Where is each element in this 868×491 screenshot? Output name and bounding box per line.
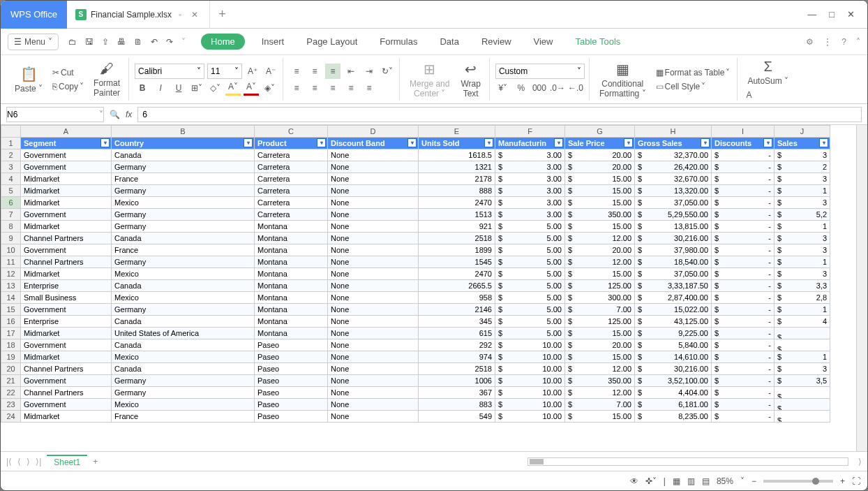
cell[interactable]: - <box>712 363 775 375</box>
cell[interactable]: 10.00 <box>495 387 565 399</box>
cell[interactable]: 7.00 <box>565 304 635 316</box>
cell[interactable] <box>775 387 830 399</box>
row-header[interactable]: 4 <box>1 173 21 185</box>
cell[interactable]: 1321 <box>419 161 495 173</box>
cell[interactable]: 20.00 <box>565 149 635 161</box>
cell[interactable]: 1 <box>775 351 830 363</box>
formula-input[interactable]: 6 <box>137 107 862 122</box>
tab-table-tools[interactable]: Table Tools <box>569 34 626 50</box>
row-header[interactable]: 14 <box>1 292 21 304</box>
italic-button[interactable]: I <box>153 80 168 96</box>
help-icon[interactable]: ? <box>841 37 846 47</box>
cell[interactable]: 26,420.00 <box>635 161 712 173</box>
cell[interactable]: Canada <box>112 149 255 161</box>
cell[interactable]: 37,050.00 <box>635 197 712 209</box>
table-row[interactable]: 23GovernmentMexicoPaseoNone88310.007.006… <box>1 399 830 411</box>
cell[interactable]: 2470 <box>419 197 495 209</box>
table-row[interactable]: 24MidmarketFrancePaseoNone54910.0015.008… <box>1 411 830 423</box>
cell[interactable]: - <box>712 328 775 339</box>
cell[interactable]: None <box>328 221 419 233</box>
column-header[interactable]: A <box>21 126 112 138</box>
cell[interactable]: 974 <box>419 351 495 363</box>
cell[interactable]: 5.00 <box>495 280 565 292</box>
row-header[interactable]: 6 <box>1 197 21 209</box>
table-header-cell[interactable]: Gross Sales▾ <box>635 138 712 149</box>
cell[interactable]: - <box>712 399 775 411</box>
cell[interactable]: 5,29,550.00 <box>635 209 712 221</box>
sheet-nav-last-icon[interactable]: ⟩| <box>36 457 41 467</box>
sheet-nav-next-icon[interactable]: ⟩ <box>27 457 30 467</box>
cell[interactable]: 3.00 <box>495 185 565 197</box>
cell[interactable]: 10.00 <box>495 339 565 351</box>
cell[interactable]: - <box>712 161 775 173</box>
table-header-cell[interactable]: Country▾ <box>112 138 255 149</box>
cell[interactable]: 12.00 <box>565 233 635 244</box>
align-center-icon[interactable]: ≡ <box>307 80 322 96</box>
cell[interactable]: 32,370.00 <box>635 149 712 161</box>
zoom-level[interactable]: 85% <box>717 476 733 486</box>
cell[interactable]: 345 <box>419 316 495 328</box>
redo-icon[interactable]: ↷ <box>165 36 174 48</box>
cell[interactable]: Channel Partners <box>21 387 112 399</box>
cell[interactable]: Germany <box>112 209 255 221</box>
cell[interactable]: 1 <box>775 185 830 197</box>
row-header[interactable]: 17 <box>1 328 21 339</box>
align-left-icon[interactable]: ≡ <box>289 80 304 96</box>
cell[interactable]: 888 <box>419 185 495 197</box>
cell[interactable]: 883 <box>419 399 495 411</box>
cell[interactable]: Montana <box>255 221 328 233</box>
cell[interactable]: 300.00 <box>565 292 635 304</box>
cell[interactable]: 2518 <box>419 363 495 375</box>
table-header-cell[interactable]: Sales▾ <box>775 138 830 149</box>
tab-review[interactable]: Review <box>476 34 517 50</box>
name-box[interactable]: N6˅ <box>6 107 104 122</box>
menu-button[interactable]: ☰ Menu ˅ <box>8 34 59 50</box>
cell[interactable]: Government <box>21 209 112 221</box>
cell[interactable]: 549 <box>419 411 495 423</box>
font-name-select[interactable]: Calibri˅ <box>135 64 204 79</box>
column-header[interactable]: F <box>495 126 565 138</box>
cell[interactable]: None <box>328 244 419 256</box>
cell[interactable]: 3,3 <box>775 280 830 292</box>
comma-icon[interactable]: 000 <box>532 80 547 96</box>
cell[interactable]: 1545 <box>419 256 495 268</box>
cell[interactable]: 2518 <box>419 233 495 244</box>
cell[interactable]: Channel Partners <box>21 256 112 268</box>
cell[interactable]: Government <box>21 161 112 173</box>
tab-view[interactable]: View <box>528 34 559 50</box>
cell[interactable]: Mexico <box>112 351 255 363</box>
cell[interactable]: - <box>712 256 775 268</box>
cell[interactable]: 2 <box>775 161 830 173</box>
cell[interactable]: Germany <box>112 185 255 197</box>
cell[interactable]: None <box>328 304 419 316</box>
cell[interactable]: 2470 <box>419 268 495 280</box>
cell[interactable]: None <box>328 173 419 185</box>
row-header[interactable]: 18 <box>1 339 21 351</box>
row-header[interactable]: 3 <box>1 161 21 173</box>
table-header-cell[interactable]: Units Sold▾ <box>419 138 495 149</box>
focus-icon[interactable]: ✜˅ <box>645 476 657 486</box>
cell[interactable]: Midmarket <box>21 351 112 363</box>
cell[interactable]: Germany <box>112 387 255 399</box>
cell[interactable] <box>775 328 830 339</box>
cell[interactable]: Mexico <box>112 399 255 411</box>
filter-icon[interactable]: ▾ <box>244 138 253 147</box>
cell[interactable]: - <box>712 185 775 197</box>
cell[interactable]: 1899 <box>419 244 495 256</box>
sheet-tab-1[interactable]: Sheet1 <box>47 455 87 469</box>
filter-icon[interactable]: ▾ <box>317 138 326 147</box>
cell[interactable]: 5.00 <box>495 244 565 256</box>
copy-button[interactable]: ⎘ Copy ˅ <box>50 80 87 93</box>
paste-button[interactable]: 📋Paste ˅ <box>10 64 47 95</box>
cell[interactable]: 2,87,400.00 <box>635 292 712 304</box>
column-header[interactable]: C <box>255 126 328 138</box>
table-row[interactable]: 9Channel PartnersCanadaMontanaNone25185.… <box>1 233 830 244</box>
cell[interactable]: 15.00 <box>565 221 635 233</box>
cell[interactable]: 958 <box>419 292 495 304</box>
column-header[interactable]: B <box>112 126 255 138</box>
cell[interactable]: 1 <box>775 221 830 233</box>
cell[interactable]: 5.00 <box>495 268 565 280</box>
cell[interactable]: - <box>712 268 775 280</box>
underline-button[interactable]: U <box>171 80 186 96</box>
row-header[interactable]: 9 <box>1 233 21 244</box>
